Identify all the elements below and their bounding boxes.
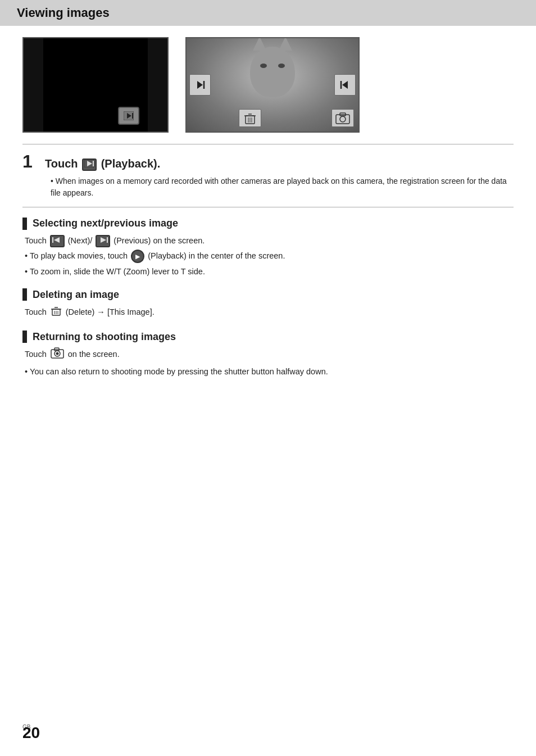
next-button-overlay[interactable] (334, 74, 356, 96)
page-number: 20 (22, 724, 40, 742)
select-bullet-2: To zoom in, slide the W/T (Zoom) lever t… (25, 265, 514, 278)
camera-screen-left (22, 37, 169, 133)
section-bar-select (22, 218, 27, 230)
step-touch-label: Touch (45, 157, 78, 170)
step-playback-label: (Playback). (101, 157, 161, 170)
select-bullet-1-text: To play back movies, touch ▶ (Playback) … (30, 250, 285, 263)
play-circle-icon: ▶ (131, 250, 144, 263)
playback-screen (185, 37, 360, 133)
divider-mid (22, 207, 514, 207)
svg-marker-22 (101, 237, 106, 243)
section-return-body: Touch on the screen. You can also return… (22, 347, 514, 378)
section-delete-label: Deleting an image (33, 289, 119, 301)
svg-marker-6 (342, 81, 348, 89)
prev-button-overlay[interactable] (189, 74, 211, 96)
playback-icon-inline (82, 159, 97, 171)
cat-eye-left (260, 64, 267, 68)
step-number: 1 (22, 152, 39, 170)
section-bar-return (22, 331, 27, 343)
divider-top (22, 144, 514, 144)
images-row (22, 37, 514, 133)
section-delete-title: Deleting an image (22, 288, 514, 301)
page-header: Viewing images (0, 0, 536, 26)
next-icon-inline (50, 235, 65, 247)
section-return-title: Returning to shooting images (22, 331, 514, 343)
return-bullet-text: You can also return to shooting mode by … (30, 365, 328, 378)
section-select: Selecting next/previous image Touch (Nex… (22, 218, 514, 279)
return-camera-icon (51, 347, 64, 363)
select-bullet-2-text: To zoom in, slide the W/T (Zoom) lever t… (30, 265, 205, 278)
section-select-title: Selecting next/previous image (22, 218, 514, 230)
svg-marker-20 (54, 237, 60, 243)
return-bullet: You can also return to shooting mode by … (25, 365, 514, 378)
step-1-note: When images on a memory card recorded wi… (22, 175, 514, 199)
select-bullet-1: To play back movies, touch ▶ (Playback) … (25, 250, 514, 263)
cat-eye-right (278, 64, 285, 68)
section-bar-delete (22, 288, 27, 301)
delete-body-text: (Delete) → [This Image]. (66, 308, 155, 317)
playback-button-icon (118, 107, 139, 125)
prev-label: (Previous) on the screen. (113, 236, 205, 245)
page-title: Viewing images (17, 6, 519, 20)
delete-touch-prefix: Touch (25, 308, 47, 317)
next-label: (Next)/ (68, 236, 93, 245)
delete-button-overlay[interactable] (239, 109, 261, 127)
section-select-body: Touch (Next)/ (Previous) on the screen. … (22, 234, 514, 279)
touch-prefix-select: Touch (25, 236, 49, 245)
screen-left-border (24, 38, 43, 132)
cat-ear-right (279, 37, 292, 51)
svg-point-14 (340, 116, 346, 122)
step-text: Touch (Playback). (45, 157, 160, 171)
camera-button-overlay[interactable] (331, 109, 354, 127)
screen-right-border (148, 38, 167, 132)
section-return: Returning to shooting images Touch on th… (22, 331, 514, 378)
svg-marker-4 (197, 81, 203, 89)
section-select-label: Selecting next/previous image (33, 218, 178, 229)
prev-icon-inline (96, 235, 110, 247)
cat-head (250, 47, 295, 97)
cat-ear-left (253, 37, 266, 51)
section-delete: Deleting an image Touch (Delete) → [This… (22, 288, 514, 320)
section-return-label: Returning to shooting images (33, 331, 176, 343)
svg-point-32 (56, 352, 58, 355)
return-body-text: on the screen. (68, 350, 120, 359)
step-1-row: 1 Touch (Playback). (22, 152, 514, 171)
return-touch-prefix: Touch (25, 350, 47, 359)
delete-trash-icon (51, 305, 62, 320)
section-delete-body: Touch (Delete) → [This Image]. (22, 305, 514, 320)
